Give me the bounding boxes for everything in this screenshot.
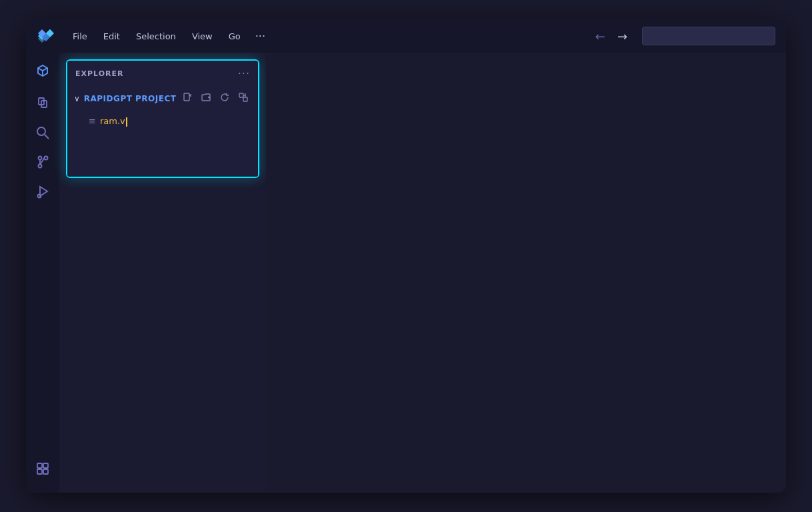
project-title-row: ∨ RAPIDGPT PROJECT (74, 94, 176, 103)
editor-area[interactable] (266, 53, 786, 493)
project-header: ∨ RAPIDGPT PROJECT (67, 87, 258, 110)
svg-line-6 (45, 135, 49, 139)
svg-rect-21 (239, 93, 243, 97)
nav-forward-arrow[interactable]: → (613, 28, 631, 45)
title-search-box[interactable] (642, 27, 775, 45)
collapse-button[interactable] (235, 91, 251, 106)
run-debug-icon[interactable] (29, 178, 56, 205)
project-name: RAPIDGPT PROJECT (84, 94, 177, 103)
project-actions (179, 91, 251, 106)
menu-edit[interactable]: Edit (97, 29, 127, 44)
svg-rect-15 (43, 469, 48, 474)
svg-point-11 (38, 195, 41, 198)
svg-rect-16 (184, 93, 189, 101)
nav-back-arrow[interactable]: ← (591, 28, 609, 45)
file-name-label: ram.v (100, 116, 127, 127)
new-file-button[interactable] (179, 91, 195, 106)
search-icon[interactable] (29, 119, 56, 146)
titlebar: File Edit Selection View Go ··· ← → (26, 19, 786, 53)
rapidgpt-icon[interactable] (29, 58, 56, 85)
svg-rect-22 (243, 97, 247, 101)
svg-rect-12 (37, 463, 42, 468)
svg-point-8 (39, 165, 42, 168)
new-folder-button[interactable] (198, 91, 214, 106)
file-item-ram[interactable]: ≡ ram.v (67, 113, 258, 130)
svg-rect-13 (43, 463, 48, 468)
explorer-panel: EXPLORER ··· ∨ RAPIDGPT PROJECT (66, 59, 259, 178)
menu-more[interactable]: ··· (250, 27, 271, 45)
menu-view[interactable]: View (185, 29, 219, 44)
extensions-icon[interactable] (29, 455, 56, 482)
svg-point-9 (45, 157, 48, 160)
project-chevron-icon[interactable]: ∨ (74, 94, 80, 103)
svg-point-7 (39, 157, 42, 160)
explorer-header: EXPLORER ··· (67, 61, 258, 87)
file-type-icon: ≡ (89, 116, 96, 126)
activity-bar (26, 53, 59, 493)
source-control-icon[interactable] (29, 149, 56, 175)
menu-go[interactable]: Go (222, 29, 247, 44)
explorer-more-button[interactable]: ··· (238, 67, 250, 80)
menu-file[interactable]: File (66, 29, 94, 44)
vscode-window: File Edit Selection View Go ··· ← → (26, 19, 786, 493)
sidebar: EXPLORER ··· ∨ RAPIDGPT PROJECT (59, 53, 266, 493)
svg-rect-14 (37, 469, 42, 474)
main-layout: EXPLORER ··· ∨ RAPIDGPT PROJECT (26, 53, 786, 493)
svg-point-5 (37, 127, 45, 135)
menu-bar: File Edit Selection View Go ··· (66, 27, 581, 45)
vscode-logo-icon (37, 27, 55, 45)
menu-selection[interactable]: Selection (129, 29, 183, 44)
refresh-button[interactable] (217, 91, 233, 106)
file-list: ≡ ram.v (67, 110, 258, 177)
explorer-title: EXPLORER (75, 69, 123, 78)
files-icon[interactable] (29, 90, 56, 117)
nav-arrows: ← → (591, 28, 631, 45)
project-section: ∨ RAPIDGPT PROJECT (67, 87, 258, 177)
text-cursor (126, 117, 127, 127)
